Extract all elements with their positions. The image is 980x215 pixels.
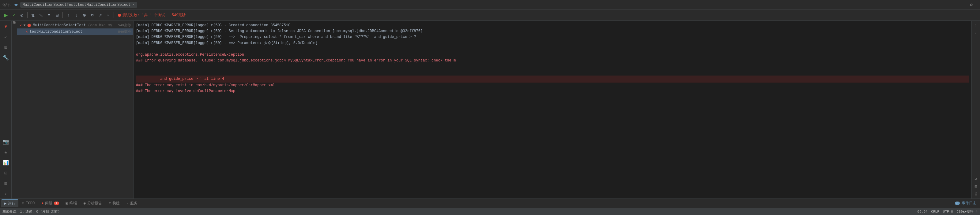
top-bar-right: ⚙ — (970, 2, 978, 7)
console-line-9: and guide_price > ' at line 4 (136, 76, 969, 82)
sidebar-icon-expand[interactable]: ⊞ (1, 179, 10, 188)
status-dot (118, 14, 121, 17)
stop-button[interactable]: ⊘ (18, 12, 25, 19)
tree-root-time: 549毫秒 (118, 23, 131, 27)
event-log-area: 3 事件日志 (955, 201, 979, 206)
sidebar-icon-camera[interactable]: 📷 (1, 137, 10, 147)
tree-root-sublabel: (com.hkd.mybat (88, 23, 116, 27)
tree-item-root[interactable]: ✕ ▼ ⬤ MultiConditionSelectTest (com.hkd.… (17, 22, 133, 28)
top-bar: 运行: ◀▶ MultiConditionSelectTest.testMult… (0, 0, 980, 10)
tree-child-time: 549毫秒 (118, 29, 131, 34)
top-bar-left: 运行: ◀▶ MultiConditionSelectTest.testMult… (2, 2, 137, 8)
scroll-down-button[interactable]: ↓ (973, 29, 979, 36)
wrap-button[interactable]: ↩ (973, 176, 979, 183)
console-line-3: [main] DEBUG %PARSER_ERROR[logge] r{50} … (136, 40, 969, 46)
indent-info[interactable]: CS0▲▼空格 4 (957, 209, 978, 214)
tab-build-icon: ⚒ (109, 201, 111, 206)
run-label: 运行: (2, 2, 12, 7)
run-button[interactable]: ▶ (2, 12, 9, 19)
console-line-11: ### The error may involve defaultParamet… (136, 89, 969, 94)
run-tab-label: MultiConditionSelectTest.testMultiCondit… (23, 3, 131, 7)
sidebar-icon-terminal[interactable]: ⊡ (1, 169, 10, 178)
main-content: 9 ✓ ⊞ 🔧 📷 ★ 📊 ⊡ ⊞ › 结构 收藏 ✕ ▼ ⬤ MultiCon… (0, 21, 980, 199)
v-label-favorites[interactable]: 收藏 (12, 25, 17, 27)
rerun-button[interactable]: ↺ (89, 12, 95, 19)
down-button[interactable]: ↓ (73, 12, 80, 19)
tab-problems-badge: 1 (54, 202, 59, 205)
test-tree: ✕ ▼ ⬤ MultiConditionSelectTest (com.hkd.… (17, 21, 133, 199)
status-bar-left: 测试失败: 1，通过: 0 (片刻 之前) (2, 209, 60, 214)
sidebar-icon-bookmark[interactable]: ★ (1, 148, 10, 157)
sidebar-icon-results[interactable]: 📊 (1, 158, 10, 167)
up-button[interactable]: ↑ (65, 12, 72, 19)
tab-run[interactable]: ▶ 运行 (1, 199, 18, 207)
tab-service[interactable]: ☁ 服务 (123, 199, 140, 207)
sidebar-icon-more[interactable]: › (1, 189, 10, 199)
tab-run-icon: ▶ (4, 201, 6, 206)
tree-root-label: MultiConditionSelectTest (com.hkd.mybat (33, 23, 116, 27)
sidebar-icon-check[interactable]: ✓ (1, 32, 10, 41)
console-line-2: [main] DEBUG %PARSER_ERROR[logge] r{50} … (136, 34, 969, 40)
left-sidebar: 9 ✓ ⊞ 🔧 📷 ★ 📊 ⊡ ⊞ › (0, 21, 12, 199)
scroll-up-button[interactable]: ↑ (973, 22, 979, 29)
separator-2 (62, 12, 63, 18)
tab-todo-label: TODO (26, 201, 35, 206)
bottom-tabs: ▶ 运行 ☑ TODO ● 问题 1 ▣ 终端 ◉ 分析报告 ⚒ 构建 ☁ 服务… (0, 199, 980, 208)
console-line-8 (136, 70, 969, 76)
tab-terminal[interactable]: ▣ 终端 (63, 199, 80, 207)
tab-build[interactable]: ⚒ 构建 (106, 199, 123, 207)
align2-button[interactable]: ⊟ (54, 12, 60, 19)
more-button[interactable]: » (105, 12, 111, 19)
align-button[interactable]: ≡ (46, 12, 52, 19)
console-line-5: org.apache.ibatis.exceptions.Persistence… (136, 52, 969, 58)
sidebar-icon-9[interactable]: 9 (1, 22, 10, 31)
cursor-position[interactable]: 95:54 (917, 210, 928, 213)
run-icon: ◀▶ (14, 2, 18, 7)
sidebar-icon-wrench[interactable]: 🔧 (1, 53, 10, 62)
sort-asc-button[interactable]: ⇅ (30, 12, 37, 19)
toolbar: ▶ ✓ ⊘ ⇅ ⇆ ≡ ⊟ ↑ ↓ ⊕ ↺ ↗ » 测试失败: 1共 1 个测试… (0, 10, 980, 21)
clear-button[interactable]: ⊡ (973, 183, 979, 190)
tree-item-child[interactable]: ✕ testMultiConditionSelect 549毫秒 (17, 28, 133, 35)
minimize-icon[interactable]: — (975, 2, 978, 7)
run-tab[interactable]: MultiConditionSelectTest.testMultiCondit… (20, 2, 137, 8)
print-button[interactable]: ⎙ (973, 191, 979, 197)
tab-service-icon: ☁ (126, 201, 129, 206)
test-result-status: 测试失败: 1，通过: 0 (片刻 之前) (2, 209, 60, 214)
search-button[interactable]: ⊕ (81, 12, 88, 19)
status-bar: 测试失败: 1，通过: 0 (片刻 之前) 95:54 CRLF UTF-8 C… (0, 208, 980, 215)
tab-problems[interactable]: ● 问题 1 (38, 199, 62, 207)
status-text: 测试失败: 1共 1 个测试 – 549毫秒 (123, 13, 186, 18)
tab-analysis-label: 分析报告 (87, 201, 102, 206)
event-log-label[interactable]: 事件日志 (962, 201, 976, 206)
console-line-7 (136, 63, 969, 70)
tab-problems-icon: ● (41, 201, 43, 206)
tree-child-label: testMultiConditionSelect (30, 30, 116, 34)
test-status: 测试失败: 1共 1 个测试 – 549毫秒 (118, 13, 186, 18)
tab-analysis[interactable]: ◉ 分析报告 (81, 199, 105, 207)
encoding[interactable]: UTF-8 (943, 210, 953, 213)
tab-todo-icon: ☑ (22, 201, 24, 206)
line-ending[interactable]: CRLF (931, 210, 939, 213)
console-output: [main] DEBUG %PARSER_ERROR[logge] r{50} … (134, 21, 971, 199)
check-button[interactable]: ✓ (10, 12, 17, 19)
settings-icon[interactable]: ⚙ (970, 2, 972, 7)
console-line-10: ### The error may exist in com/hkd/mybat… (136, 82, 969, 89)
tab-terminal-icon: ▣ (66, 201, 68, 206)
run-tab-close[interactable]: × (133, 3, 135, 7)
sort-desc-button[interactable]: ⇆ (38, 12, 45, 19)
export-button[interactable]: ↗ (97, 12, 103, 19)
console-panel: [main] DEBUG %PARSER_ERROR[logge] r{50} … (134, 21, 971, 199)
console-line-0: [main] DEBUG %PARSER_ERROR[logge] r{50} … (136, 23, 969, 28)
tab-run-label: 运行 (8, 201, 15, 206)
console-line-6: ### Error querying database. Cause: com.… (136, 58, 969, 63)
v-label-structure[interactable]: 结构 (12, 22, 17, 24)
sidebar-icon-structure[interactable]: ⊞ (1, 43, 10, 52)
tab-analysis-icon: ◉ (84, 201, 86, 206)
tab-todo[interactable]: ☑ TODO (19, 199, 38, 207)
event-log-badge: 3 (955, 202, 960, 205)
tab-terminal-label: 终端 (70, 201, 77, 206)
vertical-labels: 结构 收藏 (12, 21, 17, 199)
console-line-4 (136, 46, 969, 52)
tree-root-error-icon: ✕ (20, 23, 22, 27)
